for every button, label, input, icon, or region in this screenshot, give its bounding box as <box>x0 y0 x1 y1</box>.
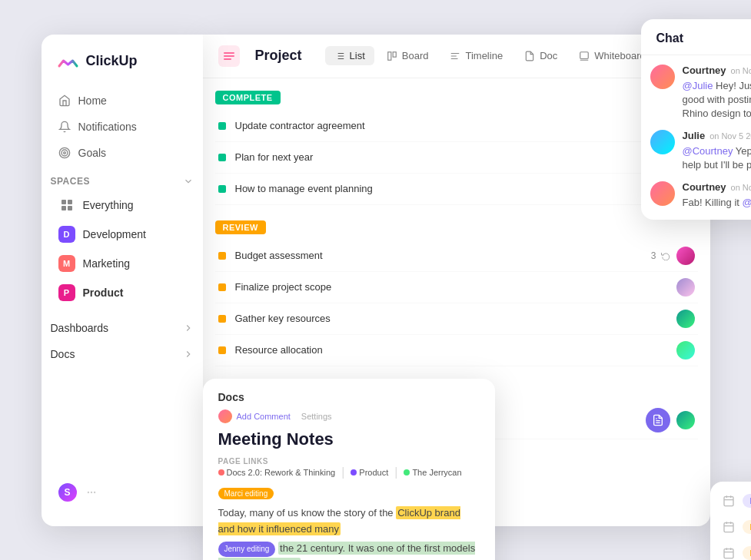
docs-note-body-2: Jenny editing the 21 century. It was one… <box>218 541 480 560</box>
board-icon <box>387 51 397 61</box>
task-name: Finalize project scope <box>235 281 676 293</box>
avatar <box>676 411 695 429</box>
settings-label[interactable]: Settings <box>301 412 332 421</box>
table-row[interactable]: Budget assessment 3 <box>215 240 698 272</box>
list-item[interactable]: PLANNING 💬 <box>710 488 752 514</box>
sidebar-item-marketing[interactable]: M Marketing <box>49 250 195 277</box>
home-label: Home <box>78 94 107 107</box>
list-icon <box>334 51 345 61</box>
task-name: Gather key resources <box>235 313 676 324</box>
tab-timeline[interactable]: Timeline <box>440 46 512 65</box>
sidebar-item-dashboards[interactable]: Dashboards <box>42 316 203 340</box>
table-row[interactable]: Update contractor agreement <box>215 111 698 142</box>
task-section-complete: COMPLETE ASSIGNEE Update contractor agre… <box>215 91 698 205</box>
page-links-label: PAGE LINKS <box>218 457 480 466</box>
board-badge: PLANNING <box>743 494 752 508</box>
svg-rect-30 <box>724 522 733 532</box>
chat-title: Chat <box>656 31 684 45</box>
sidebar-item-product[interactable]: P Product <box>49 279 195 307</box>
link-dot <box>218 469 224 476</box>
everything-label: Everything <box>83 199 134 211</box>
task-indicator <box>218 315 226 323</box>
task-indicator <box>218 154 226 161</box>
home-icon <box>58 94 71 107</box>
tab-board-label: Board <box>402 50 429 61</box>
list-item[interactable]: EXECUTION 💬 <box>710 514 752 540</box>
page-links-section: PAGE LINKS Docs 2.0: Rework & Thinking |… <box>218 457 480 479</box>
refresh-icon <box>661 251 670 260</box>
avatar-small <box>218 409 232 423</box>
svg-rect-4 <box>68 200 72 204</box>
add-comment-label[interactable]: Add Comment <box>237 412 291 421</box>
task-section-review: REVIEW Budget assessment 3 Finalize proj… <box>215 220 698 366</box>
task-name: Plan for next year <box>235 151 676 163</box>
chat-meta: Courtney on Nov 5 2020 at 3:15 pm <box>683 181 752 193</box>
docs-add-comment-bar: Add Comment Settings <box>218 409 480 423</box>
sidebar-item-home[interactable]: Home <box>49 88 195 113</box>
sidebar-bottom: S <box>42 474 203 511</box>
tab-whiteboard-label: Whiteboard <box>594 50 645 61</box>
sidebar-item-everything[interactable]: Everything <box>49 191 195 219</box>
table-row[interactable]: How to manage event planning <box>215 174 698 205</box>
notifications-label: Notifications <box>78 121 137 133</box>
chat-message: Julie on Nov 5 2020 at 2:50 pm @Courtney… <box>650 130 752 172</box>
link-label: The Jerrycan <box>412 468 461 477</box>
chat-meta: Julie on Nov 5 2020 at 2:50 pm <box>683 130 752 141</box>
chat-text: @Julie Hey! Just checking if you're stil… <box>683 79 752 121</box>
svg-rect-17 <box>388 51 391 60</box>
sidebar-item-docs[interactable]: Docs <box>42 342 203 366</box>
chat-text: @Courtney Yep! @Marci jumped in to help … <box>683 144 752 172</box>
task-indicator <box>218 283 226 291</box>
tab-doc[interactable]: Doc <box>515 46 567 65</box>
docs-panel: Docs Add Comment Settings Meeting Notes … <box>203 379 495 560</box>
svg-rect-5 <box>61 206 66 210</box>
avatar <box>650 65 675 89</box>
boards-panel: PLANNING 💬 EXECUTION 💬 EXECUTION 💬 <box>710 482 752 561</box>
tab-list-label: List <box>350 50 365 61</box>
chat-time: on Nov 5 2020 at 2:50 pm <box>709 131 751 141</box>
task-name: Budget assessment <box>235 250 651 261</box>
tab-list[interactable]: List <box>325 46 374 65</box>
table-row[interactable]: Plan for next year <box>215 142 698 174</box>
tab-board[interactable]: Board <box>377 46 438 65</box>
svg-rect-22 <box>580 51 589 58</box>
user-avatars: S <box>57 482 80 503</box>
docs-link-2[interactable]: Product <box>351 468 388 477</box>
goals-label: Goals <box>78 147 107 159</box>
chat-header: Chat <box>641 19 752 55</box>
calendar-icon <box>723 495 735 507</box>
docs-link-3[interactable]: The Jerrycan <box>404 468 461 477</box>
sidebar-logo: ClickUp <box>42 50 203 88</box>
sidebar-item-notifications[interactable]: Notifications <box>49 114 195 139</box>
dashboards-label: Dashboards <box>51 322 109 334</box>
board-badge: EXECUTION <box>743 520 752 534</box>
svg-point-9 <box>93 491 95 492</box>
docs-note-body: Today, many of us know the story of the … <box>218 505 480 538</box>
list-item[interactable]: EXECUTION 💬 <box>710 540 752 561</box>
svg-rect-34 <box>724 548 733 558</box>
spaces-section-header: Spaces <box>42 167 203 191</box>
sidebar-item-goals[interactable]: Goals <box>49 141 195 165</box>
table-row[interactable]: Finalize project scope <box>215 272 698 303</box>
svg-point-1 <box>61 150 68 156</box>
svg-point-8 <box>90 491 91 492</box>
doc-action-button[interactable] <box>646 408 670 432</box>
task-count: 3 <box>651 250 656 261</box>
editing-badge-marci: Marci editing <box>218 485 480 502</box>
sidebar-item-development[interactable]: D Development <box>49 220 195 248</box>
spaces-label: Spaces <box>51 176 90 187</box>
task-name: Update contractor agreement <box>235 120 676 131</box>
review-section-header: REVIEW <box>215 220 698 234</box>
link-label: Docs 2.0: Rework & Thinking <box>227 468 336 477</box>
app-container: ClickUp Home Notifications Goals Spaces <box>42 35 710 526</box>
table-row[interactable]: Resource allocation <box>215 335 698 366</box>
avatar <box>650 181 675 206</box>
target-icon <box>58 147 71 159</box>
marketing-label: Marketing <box>83 257 130 270</box>
chat-author: Courtney <box>683 181 726 193</box>
grid-icon <box>58 197 75 214</box>
docs-link-1[interactable]: Docs 2.0: Rework & Thinking <box>218 468 336 477</box>
complete-badge: COMPLETE <box>215 91 281 104</box>
table-row[interactable]: Gather key resources <box>215 303 698 335</box>
calendar-icon <box>723 521 735 533</box>
